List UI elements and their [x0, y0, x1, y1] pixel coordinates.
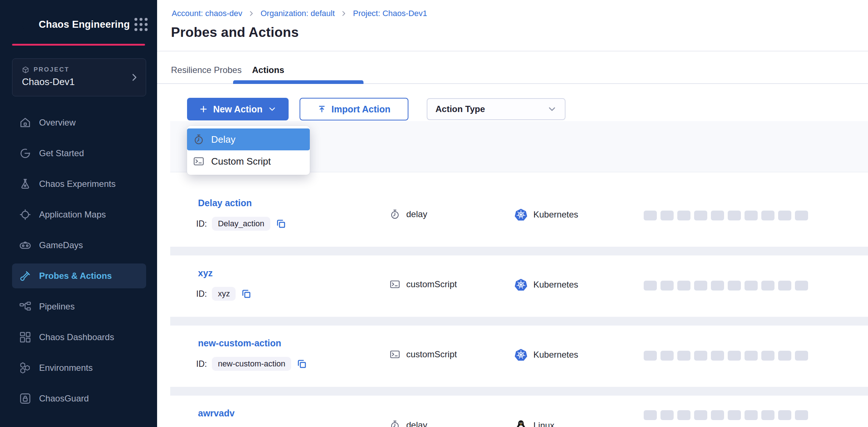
sidebar-item-overview[interactable]: Overview — [12, 110, 146, 135]
recent-execution-results — [644, 410, 808, 420]
new-action-button[interactable]: New Action — [187, 98, 289, 120]
sidebar-item-label: Get Started — [39, 148, 84, 158]
breadcrumb-organization-link[interactable]: Organization: default — [260, 9, 335, 18]
execution-result-slot — [711, 281, 724, 291]
id-label: ID: — [196, 219, 207, 229]
execution-result-slot — [694, 211, 707, 220]
infrastructure-value: Kubernetes — [533, 350, 578, 360]
execution-result-slot — [795, 281, 808, 291]
breadcrumb-account-link[interactable]: Account: chaos-dev — [172, 9, 242, 18]
project-selector[interactable]: PROJECT Chaos-Dev1 — [12, 58, 146, 96]
execution-result-slot — [745, 351, 758, 361]
action-type-filter-select[interactable]: Action Type — [427, 98, 566, 120]
execution-result-slot — [711, 211, 724, 220]
execution-result-slot — [778, 281, 791, 291]
hexagons-icon — [19, 361, 32, 374]
execution-result-slot — [694, 351, 707, 361]
execution-result-slot — [660, 410, 674, 420]
linux-icon — [514, 419, 528, 427]
execution-result-slot — [694, 410, 707, 420]
stopwatch-icon — [389, 420, 400, 427]
action-name-link[interactable]: xyz — [198, 268, 213, 278]
page-title: Probes and Actions — [171, 25, 299, 40]
action-id-pill: Delay_action — [212, 217, 270, 231]
action-name-link[interactable]: new-custom-action — [198, 338, 281, 349]
execution-result-slot — [644, 281, 657, 291]
sidebar-item-probes-and-actions[interactable]: Probes & Actions — [12, 263, 146, 288]
infrastructure-value: Kubernetes — [533, 209, 578, 220]
menu-item-label: Custom Script — [211, 156, 271, 167]
import-action-button[interactable]: Import Action — [300, 98, 408, 120]
sidebar-item-label: Chaos Dashboards — [39, 332, 114, 342]
execution-result-slot — [761, 351, 774, 361]
tab-actions[interactable]: Actions — [252, 65, 284, 75]
execution-result-slot — [745, 281, 758, 291]
sidebar-item-label: Chaos Experiments — [39, 179, 115, 189]
action-id-pill: xyz — [212, 287, 236, 301]
app-title: Chaos Engineering — [39, 19, 130, 30]
menu-item-custom-script[interactable]: Custom Script — [187, 150, 310, 172]
execution-result-slot — [677, 410, 690, 420]
execution-result-slot — [711, 351, 724, 361]
sidebar-item-gamedays[interactable]: GameDays — [12, 233, 146, 258]
tab-resilience-probes[interactable]: Resilience Probes — [171, 65, 241, 75]
header-divider — [157, 51, 868, 51]
execution-result-slot — [795, 410, 808, 420]
target-icon — [19, 208, 32, 221]
chevron-down-icon — [547, 104, 557, 114]
execution-result-slot — [761, 211, 774, 220]
new-action-dropdown-menu: Delay Custom Script — [187, 126, 310, 175]
module-switcher-icon[interactable] — [133, 16, 149, 32]
execution-result-slot — [644, 351, 657, 361]
sidebar-item-label: GameDays — [39, 240, 83, 250]
table-row: new-custom-action ID: new-custom-action … — [170, 326, 868, 387]
copy-id-button-icon[interactable] — [241, 288, 252, 299]
menu-item-delay[interactable]: Delay — [187, 128, 310, 150]
project-label: PROJECT — [34, 66, 69, 73]
brand-divider — [12, 44, 145, 46]
action-type-value: customScript — [406, 279, 457, 289]
execution-result-slot — [660, 351, 674, 361]
main-content: Account: chaos-dev Organization: default… — [157, 0, 868, 427]
active-tab-underline — [233, 80, 363, 84]
execution-result-slot — [795, 351, 808, 361]
flask-icon — [19, 177, 32, 191]
id-label: ID: — [196, 359, 207, 369]
sidebar-item-chaos-experiments[interactable]: Chaos Experiments — [12, 172, 146, 196]
copy-id-button-icon[interactable] — [275, 218, 286, 229]
infrastructure-value: Linux — [533, 420, 554, 427]
upload-icon — [317, 105, 326, 114]
sidebar-item-environments[interactable]: Environments — [12, 355, 146, 380]
recent-execution-results — [644, 211, 808, 220]
recent-execution-results — [644, 351, 808, 361]
terminal-icon — [193, 155, 205, 167]
sidebar-item-chaos-dashboards[interactable]: Chaos Dashboards — [12, 325, 146, 350]
action-type-value: delay — [406, 209, 427, 219]
chevron-right-icon — [130, 73, 139, 82]
sidebar-item-get-started[interactable]: Get Started — [12, 141, 146, 166]
stopwatch-icon — [193, 134, 205, 145]
sidebar-item-label: Probes & Actions — [39, 271, 112, 281]
cube-icon — [22, 66, 29, 73]
action-name-link[interactable]: awrvadv — [198, 408, 235, 419]
execution-result-slot — [694, 281, 707, 291]
breadcrumb-project-link[interactable]: Project: Chaos-Dev1 — [353, 9, 427, 18]
execution-result-slot — [644, 211, 657, 220]
sidebar-item-pipelines[interactable]: Pipelines — [12, 294, 146, 319]
execution-result-slot — [728, 211, 741, 220]
plus-icon — [199, 105, 208, 114]
sidebar-item-application-maps[interactable]: Application Maps — [12, 202, 146, 227]
action-type-value: delay — [406, 420, 427, 427]
action-id-pill: new-custom-action — [212, 357, 291, 371]
chevron-right-icon — [248, 10, 255, 17]
execution-result-slot — [728, 281, 741, 291]
terminal-icon — [389, 349, 400, 360]
copy-id-button-icon[interactable] — [296, 358, 307, 369]
breadcrumb: Account: chaos-dev Organization: default… — [172, 9, 427, 18]
execution-result-slot — [728, 410, 741, 420]
test-tube-icon — [19, 269, 32, 282]
table-row: awrvadv delay Linux — [170, 396, 868, 427]
sidebar-item-chaosguard[interactable]: ChaosGuard — [12, 386, 146, 411]
action-name-link[interactable]: Delay action — [198, 198, 252, 208]
execution-result-slot — [677, 211, 690, 220]
